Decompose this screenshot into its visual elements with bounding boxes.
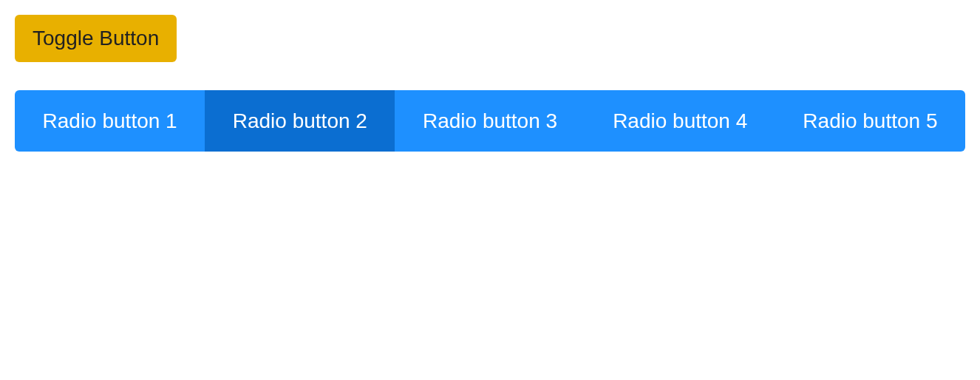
- radio-button-2[interactable]: Radio button 2: [205, 90, 395, 152]
- radio-button-group: Radio button 1 Radio button 2 Radio butt…: [15, 90, 965, 152]
- radio-button-1[interactable]: Radio button 1: [15, 90, 205, 152]
- toggle-button[interactable]: Toggle Button: [15, 15, 177, 62]
- radio-button-5[interactable]: Radio button 5: [775, 90, 965, 152]
- radio-button-3[interactable]: Radio button 3: [395, 90, 585, 152]
- radio-button-4[interactable]: Radio button 4: [585, 90, 775, 152]
